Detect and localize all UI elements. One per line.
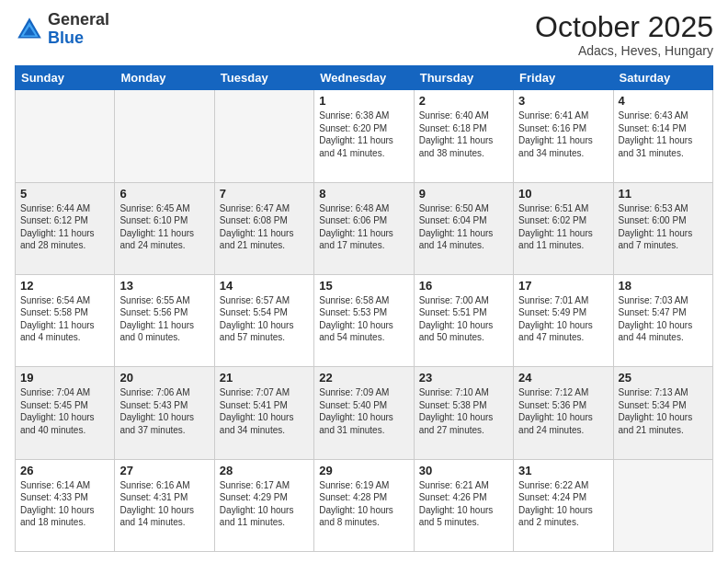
day-number: 31 — [518, 464, 608, 477]
day-number: 13 — [119, 279, 209, 293]
day-number: 16 — [419, 279, 508, 293]
day-info: Sunrise: 6:51 AM Sunset: 6:02 PM Dayligh… — [518, 202, 608, 252]
day-info: Sunrise: 6:43 AM Sunset: 6:14 PM Dayligh… — [619, 109, 708, 159]
calendar-day-cell: 22Sunrise: 7:09 AM Sunset: 5:40 PM Dayli… — [314, 367, 414, 459]
calendar-day-cell: 25Sunrise: 7:13 AM Sunset: 5:34 PM Dayli… — [613, 367, 712, 459]
calendar-day-cell: 28Sunrise: 6:17 AM Sunset: 4:29 PM Dayli… — [214, 459, 313, 551]
day-info: Sunrise: 7:12 AM Sunset: 5:36 PM Dayligh… — [518, 386, 608, 436]
calendar-day-cell: 9Sunrise: 6:50 AM Sunset: 6:04 PM Daylig… — [414, 182, 513, 274]
calendar-day-cell: 27Sunrise: 6:16 AM Sunset: 4:31 PM Dayli… — [115, 459, 214, 551]
day-info: Sunrise: 6:17 AM Sunset: 4:29 PM Dayligh… — [220, 479, 309, 529]
day-info: Sunrise: 6:21 AM Sunset: 4:26 PM Dayligh… — [419, 479, 508, 529]
day-number: 17 — [518, 279, 608, 293]
day-number: 4 — [619, 94, 708, 108]
day-info: Sunrise: 7:10 AM Sunset: 5:38 PM Dayligh… — [419, 386, 508, 436]
day-number: 1 — [319, 94, 408, 108]
day-info: Sunrise: 6:16 AM Sunset: 4:31 PM Dayligh… — [119, 479, 209, 529]
day-info: Sunrise: 7:13 AM Sunset: 5:34 PM Dayligh… — [619, 386, 708, 436]
day-info: Sunrise: 7:01 AM Sunset: 5:49 PM Dayligh… — [518, 294, 608, 344]
calendar-day-cell: 5Sunrise: 6:44 AM Sunset: 6:12 PM Daylig… — [16, 182, 115, 274]
calendar-day-cell: 14Sunrise: 6:57 AM Sunset: 5:54 PM Dayli… — [214, 274, 313, 366]
calendar-day-cell — [613, 459, 712, 551]
day-number: 9 — [419, 187, 508, 201]
calendar-day-cell: 10Sunrise: 6:51 AM Sunset: 6:02 PM Dayli… — [514, 182, 613, 274]
day-number: 15 — [319, 279, 408, 293]
calendar-day-cell: 20Sunrise: 7:06 AM Sunset: 5:43 PM Dayli… — [115, 367, 214, 459]
calendar-day-cell: 30Sunrise: 6:21 AM Sunset: 4:26 PM Dayli… — [414, 459, 513, 551]
day-number: 11 — [619, 187, 708, 201]
calendar-day-cell: 7Sunrise: 6:47 AM Sunset: 6:08 PM Daylig… — [214, 182, 313, 274]
day-info: Sunrise: 6:41 AM Sunset: 6:16 PM Dayligh… — [518, 109, 608, 159]
day-number: 5 — [20, 187, 109, 201]
calendar-week-row: 26Sunrise: 6:14 AM Sunset: 4:33 PM Dayli… — [16, 459, 713, 551]
day-info: Sunrise: 6:57 AM Sunset: 5:54 PM Dayligh… — [220, 294, 309, 344]
day-info: Sunrise: 6:47 AM Sunset: 6:08 PM Dayligh… — [220, 202, 309, 252]
day-info: Sunrise: 6:22 AM Sunset: 4:24 PM Dayligh… — [518, 479, 608, 529]
calendar-day-cell: 29Sunrise: 6:19 AM Sunset: 4:28 PM Dayli… — [314, 459, 414, 551]
calendar-day-cell — [115, 90, 214, 182]
day-number: 8 — [319, 187, 408, 201]
calendar-day-cell: 18Sunrise: 7:03 AM Sunset: 5:47 PM Dayli… — [613, 274, 712, 366]
calendar-week-row: 5Sunrise: 6:44 AM Sunset: 6:12 PM Daylig… — [16, 182, 713, 274]
calendar-day-cell: 4Sunrise: 6:43 AM Sunset: 6:14 PM Daylig… — [613, 90, 712, 182]
calendar-week-row: 1Sunrise: 6:38 AM Sunset: 6:20 PM Daylig… — [16, 90, 713, 182]
day-info: Sunrise: 7:09 AM Sunset: 5:40 PM Dayligh… — [319, 386, 408, 436]
calendar-day-cell: 23Sunrise: 7:10 AM Sunset: 5:38 PM Dayli… — [414, 367, 513, 459]
calendar-table: SundayMondayTuesdayWednesdayThursdayFrid… — [15, 65, 713, 552]
day-number: 25 — [619, 371, 708, 385]
calendar-header-sunday: Sunday — [16, 66, 115, 90]
calendar-day-cell: 13Sunrise: 6:55 AM Sunset: 5:56 PM Dayli… — [115, 274, 214, 366]
calendar-day-cell: 17Sunrise: 7:01 AM Sunset: 5:49 PM Dayli… — [514, 274, 613, 366]
calendar-day-cell — [214, 90, 313, 182]
location: Adacs, Heves, Hungary — [535, 43, 713, 58]
logo-text: General Blue — [48, 11, 109, 48]
day-number: 3 — [518, 94, 608, 108]
day-info: Sunrise: 6:50 AM Sunset: 6:04 PM Dayligh… — [419, 202, 508, 252]
day-info: Sunrise: 7:06 AM Sunset: 5:43 PM Dayligh… — [119, 386, 209, 436]
calendar-header-wednesday: Wednesday — [314, 66, 414, 90]
day-number: 30 — [419, 464, 508, 477]
calendar-day-cell: 6Sunrise: 6:45 AM Sunset: 6:10 PM Daylig… — [115, 182, 214, 274]
header: General Blue October 2025 Adacs, Heves, … — [15, 11, 713, 58]
calendar-day-cell: 21Sunrise: 7:07 AM Sunset: 5:41 PM Dayli… — [214, 367, 313, 459]
calendar-header-friday: Friday — [514, 66, 613, 90]
calendar-header-row: SundayMondayTuesdayWednesdayThursdayFrid… — [16, 66, 713, 90]
month-title: October 2025 — [535, 11, 713, 43]
day-info: Sunrise: 7:03 AM Sunset: 5:47 PM Dayligh… — [619, 294, 708, 344]
day-info: Sunrise: 6:14 AM Sunset: 4:33 PM Dayligh… — [20, 479, 109, 529]
calendar-header-thursday: Thursday — [414, 66, 513, 90]
calendar-header-saturday: Saturday — [613, 66, 712, 90]
day-number: 29 — [319, 464, 408, 477]
calendar-day-cell: 16Sunrise: 7:00 AM Sunset: 5:51 PM Dayli… — [414, 274, 513, 366]
day-number: 14 — [220, 279, 309, 293]
calendar-day-cell: 31Sunrise: 6:22 AM Sunset: 4:24 PM Dayli… — [514, 459, 613, 551]
calendar-day-cell — [16, 90, 115, 182]
day-number: 24 — [518, 371, 608, 385]
calendar-week-row: 19Sunrise: 7:04 AM Sunset: 5:45 PM Dayli… — [16, 367, 713, 459]
day-number: 26 — [20, 464, 109, 477]
logo-blue-text: Blue — [48, 29, 84, 47]
calendar-day-cell: 2Sunrise: 6:40 AM Sunset: 6:18 PM Daylig… — [414, 90, 513, 182]
day-number: 22 — [319, 371, 408, 385]
calendar-day-cell: 19Sunrise: 7:04 AM Sunset: 5:45 PM Dayli… — [16, 367, 115, 459]
calendar-day-cell: 24Sunrise: 7:12 AM Sunset: 5:36 PM Dayli… — [514, 367, 613, 459]
calendar-day-cell: 12Sunrise: 6:54 AM Sunset: 5:58 PM Dayli… — [16, 274, 115, 366]
day-number: 19 — [20, 371, 109, 385]
day-number: 7 — [220, 187, 309, 201]
day-info: Sunrise: 6:45 AM Sunset: 6:10 PM Dayligh… — [119, 202, 209, 252]
day-info: Sunrise: 6:54 AM Sunset: 5:58 PM Dayligh… — [20, 294, 109, 344]
day-number: 20 — [119, 371, 209, 385]
day-info: Sunrise: 6:19 AM Sunset: 4:28 PM Dayligh… — [319, 479, 408, 529]
day-info: Sunrise: 6:58 AM Sunset: 5:53 PM Dayligh… — [319, 294, 408, 344]
day-number: 28 — [220, 464, 309, 477]
calendar-week-row: 12Sunrise: 6:54 AM Sunset: 5:58 PM Dayli… — [16, 274, 713, 366]
logo-general-text: General — [48, 10, 109, 29]
day-info: Sunrise: 7:00 AM Sunset: 5:51 PM Dayligh… — [419, 294, 508, 344]
day-info: Sunrise: 7:07 AM Sunset: 5:41 PM Dayligh… — [220, 386, 309, 436]
day-info: Sunrise: 6:55 AM Sunset: 5:56 PM Dayligh… — [119, 294, 209, 344]
calendar-header-tuesday: Tuesday — [214, 66, 313, 90]
calendar-day-cell: 26Sunrise: 6:14 AM Sunset: 4:33 PM Dayli… — [16, 459, 115, 551]
day-info: Sunrise: 6:44 AM Sunset: 6:12 PM Dayligh… — [20, 202, 109, 252]
day-info: Sunrise: 6:53 AM Sunset: 6:00 PM Dayligh… — [619, 202, 708, 252]
logo: General Blue — [15, 11, 109, 48]
